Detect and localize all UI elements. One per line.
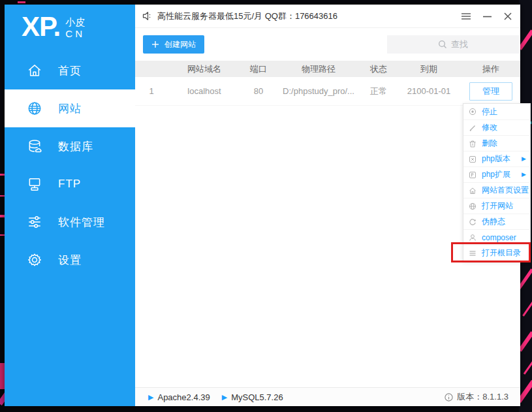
sidebar-item-label: 首页: [58, 63, 82, 78]
open-site-icon: [469, 202, 477, 210]
manage-button[interactable]: 管理: [469, 82, 512, 101]
sidebar-item-label: FTP: [58, 178, 81, 191]
version-info: 版本：8.1.1.3: [445, 391, 509, 403]
menu-item-php-version[interactable]: php版本 ▶: [463, 151, 530, 166]
desktop-streak: [18, 1, 25, 3]
sidebar-item-database[interactable]: 数据库: [5, 127, 135, 165]
col-header-port: 端口: [241, 63, 276, 75]
composer-icon: [469, 234, 477, 242]
sidebar-item-settings[interactable]: 设置: [5, 241, 135, 279]
sidebar-nav: 首页 网站: [5, 52, 135, 279]
search-input[interactable]: 查找: [387, 35, 519, 54]
play-icon: ▶: [222, 394, 227, 401]
service-name: MySQL5.7.26: [231, 392, 283, 402]
logo-subtext-top: 小皮: [65, 16, 85, 27]
manage-dropdown-menu: 停止 修改 删除 php版本 ▶: [463, 103, 531, 261]
menu-item-composer[interactable]: composer: [463, 229, 530, 245]
open-root-dir-icon: [469, 249, 477, 257]
desktop-streak: [0, 195, 5, 197]
desktop-streak: [0, 174, 5, 176]
titlebar: 高性能云服务器最低15元/月 QQ群：176643616: [135, 5, 520, 28]
menu-item-homepage-settings[interactable]: 网站首页设置: [463, 182, 530, 198]
col-header-path: 物理路径: [276, 63, 361, 75]
row-port: 80: [241, 86, 276, 96]
close-icon[interactable]: [503, 12, 512, 21]
play-icon: ▶: [148, 394, 153, 401]
row-path: D:/phpstudy_pro/...: [276, 86, 361, 96]
monitor-icon: [27, 176, 44, 193]
ad-banner-text: 高性能云服务器最低15元/月 QQ群：176643616: [157, 10, 337, 22]
edit-icon: [469, 124, 477, 132]
row-domain: localhost: [168, 86, 241, 96]
plus-icon: [151, 40, 159, 48]
col-header-expire: 到期: [396, 63, 462, 75]
col-header-domain: 网站域名: [168, 63, 241, 75]
table-row: 1 localhost 80 D:/phpstudy_pro/... 正常 21…: [135, 77, 520, 106]
desktop-streak: [519, 380, 532, 403]
sidebar-item-home[interactable]: 首页: [5, 52, 135, 89]
database-icon: [27, 138, 44, 155]
trash-icon: [469, 140, 477, 148]
globe-icon: [27, 100, 44, 117]
menu-item-open-root-dir[interactable]: 打开根目录: [463, 245, 530, 261]
desktop-streak: [524, 358, 532, 375]
row-expire: 2100-01-01: [396, 86, 462, 96]
toolbar: 创建网站 查找: [135, 28, 520, 61]
menu-hamburger-icon[interactable]: [461, 12, 471, 21]
col-header-actions: 操作: [462, 63, 520, 75]
sidebar-item-label: 设置: [58, 253, 82, 268]
desktop-streak: [0, 363, 5, 389]
row-index: 1: [135, 86, 168, 96]
sidebar-item-label: 数据库: [58, 139, 93, 154]
table-header: 网站域名 端口 物理路径 状态 到期 操作: [135, 61, 520, 77]
service-mysql[interactable]: ▶ MySQL5.7.26: [222, 392, 283, 402]
desktop-streak: [0, 234, 5, 236]
desktop-streak: [522, 299, 532, 316]
logo-subtext-bottom: CN: [65, 27, 85, 40]
app-logo: XP. 小皮 CN: [5, 5, 135, 46]
sidebar-item-software[interactable]: 软件管理: [5, 203, 135, 241]
create-website-button[interactable]: 创建网站: [143, 35, 204, 54]
col-header-status: 状态: [361, 63, 396, 75]
rewrite-icon: [469, 218, 477, 226]
homepage-settings-icon: [469, 187, 477, 195]
menu-item-open-site[interactable]: 打开网站: [463, 198, 530, 214]
sliders-icon: [27, 214, 44, 230]
desktop-streak: [0, 215, 5, 217]
desktop-streak: [519, 29, 532, 50]
php-extension-icon: [469, 171, 477, 179]
speaker-icon[interactable]: [142, 10, 153, 22]
row-status: 正常: [361, 86, 396, 97]
logo-text: XP.: [22, 11, 60, 42]
gear-icon: [27, 251, 44, 268]
sidebar-item-ftp[interactable]: FTP: [5, 165, 135, 203]
sidebar: XP. 小皮 CN 首页: [5, 5, 135, 406]
menu-item-stop[interactable]: 停止: [463, 104, 530, 119]
sidebar-item-label: 软件管理: [58, 215, 105, 230]
menu-item-delete[interactable]: 删除: [463, 135, 530, 151]
menu-item-php-extension[interactable]: php扩展 ▶: [463, 166, 530, 182]
service-apache[interactable]: ▶ Apache2.4.39: [148, 392, 210, 402]
phpstudy-window: XP. 小皮 CN 首页: [5, 5, 520, 406]
statusbar: ▶ Apache2.4.39 ▶ MySQL5.7.26 版本：8.1.1.3: [135, 387, 520, 406]
search-placeholder: 查找: [451, 39, 468, 50]
desktop-streak: [519, 331, 532, 351]
submenu-arrow-icon: ▶: [522, 156, 526, 162]
desktop-streak: [519, 268, 532, 289]
search-icon: [438, 40, 447, 49]
create-website-label: 创建网站: [164, 39, 196, 50]
menu-item-modify[interactable]: 修改: [463, 119, 530, 135]
submenu-arrow-icon: ▶: [522, 172, 526, 178]
version-text: 版本：8.1.1.3: [457, 391, 509, 403]
home-icon: [27, 62, 44, 79]
stop-icon: [469, 108, 477, 116]
sidebar-item-label: 网站: [58, 101, 82, 116]
php-version-icon: [469, 155, 477, 163]
menu-item-rewrite[interactable]: 伪静态: [463, 214, 530, 229]
minimize-icon[interactable]: [482, 12, 492, 21]
service-name: Apache2.4.39: [157, 392, 210, 402]
sidebar-item-websites[interactable]: 网站: [5, 89, 135, 127]
info-icon: [445, 393, 453, 402]
